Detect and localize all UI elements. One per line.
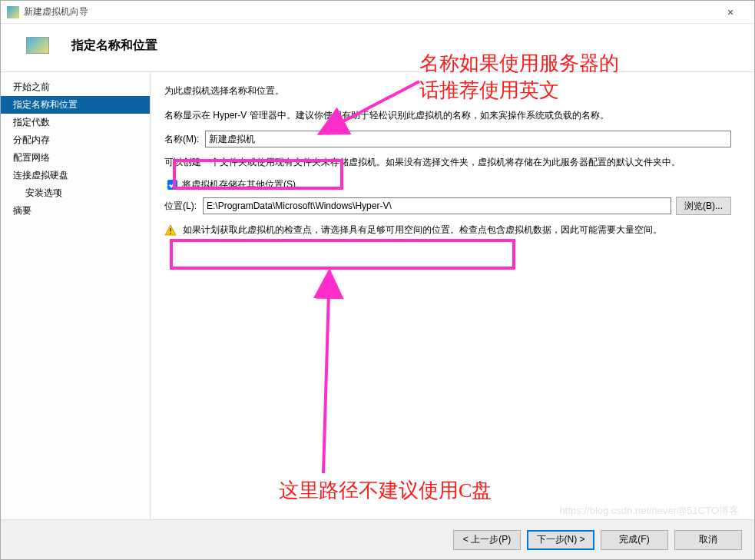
- step-name-location[interactable]: 指定名称和位置: [1, 96, 150, 114]
- wizard-footer: < 上一步(P) 下一步(N) > 完成(F) 取消: [1, 519, 754, 559]
- intro-text: 为此虚拟机选择名称和位置。: [164, 84, 731, 98]
- prev-button[interactable]: < 上一步(P): [453, 530, 521, 550]
- header-icon: [19, 35, 56, 56]
- browse-button[interactable]: 浏览(B)...: [676, 197, 731, 215]
- store-elsewhere-checkbox[interactable]: [167, 180, 177, 190]
- cancel-button[interactable]: 取消: [674, 530, 742, 550]
- svg-rect-1: [170, 228, 171, 232]
- wizard-content: 为此虚拟机选择名称和位置。 名称显示在 Hyper-V 管理器中。建议你使用有助…: [151, 72, 754, 519]
- store-elsewhere-label: 将虚拟机存储在其他位置(S): [182, 178, 296, 191]
- step-virtual-disk[interactable]: 连接虚拟硬盘: [1, 167, 150, 184]
- titlebar: 新建虚拟机向导 ×: [1, 1, 754, 24]
- window-title: 新建虚拟机向导: [24, 5, 88, 18]
- step-install-options[interactable]: 安装选项: [1, 184, 150, 202]
- warning-text: 如果计划获取此虚拟机的检查点，请选择具有足够可用空间的位置。检查点包含虚拟机数据…: [183, 223, 731, 237]
- step-memory[interactable]: 分配内存: [1, 131, 150, 149]
- wizard-steps-sidebar: 开始之前 指定名称和位置 指定代数 分配内存 配置网络 连接虚拟硬盘 安装选项 …: [1, 72, 151, 519]
- warning-row: 如果计划获取此虚拟机的检查点，请选择具有足够可用空间的位置。检查点包含虚拟机数据…: [164, 223, 731, 237]
- name-row: 名称(M):: [164, 131, 731, 147]
- step-before-begin[interactable]: 开始之前: [1, 78, 150, 96]
- watermark-text: https://blog.csdn.net/never@51CTO博客: [560, 504, 739, 518]
- location-label: 位置(L):: [164, 200, 197, 213]
- page-title: 指定名称和位置: [71, 38, 157, 54]
- vm-location-input[interactable]: [203, 197, 671, 214]
- name-label: 名称(M):: [164, 133, 199, 146]
- page-header: 指定名称和位置: [1, 24, 754, 71]
- finish-button[interactable]: 完成(F): [601, 530, 668, 550]
- wizard-body: 开始之前 指定名称和位置 指定代数 分配内存 配置网络 连接虚拟硬盘 安装选项 …: [1, 71, 754, 519]
- step-summary[interactable]: 摘要: [1, 202, 150, 220]
- warning-icon: [164, 224, 177, 237]
- step-network[interactable]: 配置网络: [1, 149, 150, 167]
- step-generation[interactable]: 指定代数: [1, 114, 150, 131]
- location-row: 位置(L): 浏览(B)...: [164, 197, 731, 215]
- store-elsewhere-row: 将虚拟机存储在其他位置(S): [164, 177, 731, 192]
- vm-name-input[interactable]: [205, 131, 731, 147]
- next-button[interactable]: 下一步(N) >: [527, 530, 594, 550]
- location-description: 可以创建一个文件夹或使用现有文件夹来存储虚拟机。如果没有选择文件夹，虚拟机将存储…: [164, 155, 731, 170]
- svg-rect-2: [170, 233, 171, 234]
- wizard-window: 新建虚拟机向导 × 指定名称和位置 开始之前 指定名称和位置 指定代数 分配内存…: [0, 0, 755, 560]
- name-description: 名称显示在 Hyper-V 管理器中。建议你使用有助于轻松识别此虚拟机的名称，如…: [164, 108, 731, 123]
- app-icon: [7, 6, 19, 18]
- close-button[interactable]: ×: [713, 6, 748, 18]
